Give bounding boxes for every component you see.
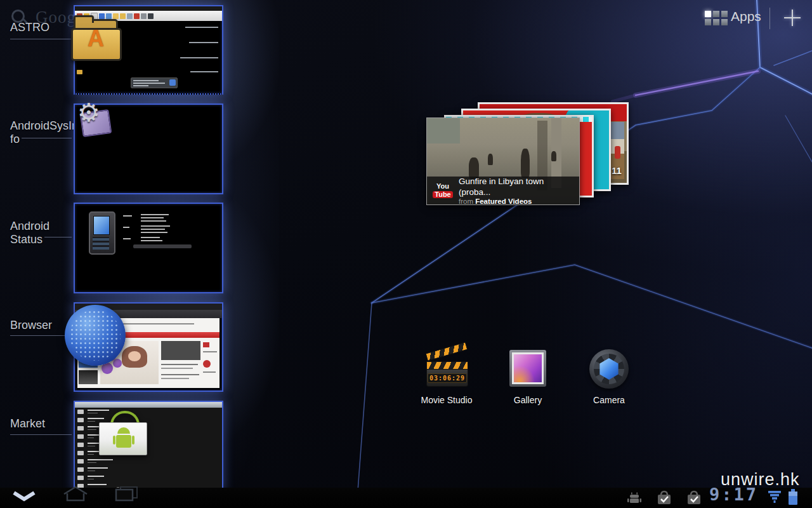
- grid-square: [705, 19, 711, 25]
- apps-grid-icon[interactable]: [705, 11, 728, 26]
- apps-button[interactable]: Apps: [731, 9, 761, 24]
- folder-icon: [77, 70, 82, 74]
- video-title: Gunfire in Libyan town (proba...: [459, 176, 574, 197]
- market-update-icon[interactable]: [686, 490, 702, 506]
- connector-line: [10, 39, 72, 39]
- recent-thumb-android-status[interactable]: [74, 203, 223, 293]
- recent-thumb-astro[interactable]: A: [74, 5, 223, 95]
- youtube-widget[interactable]: 11 YouTube Gunfire in Libya: [426, 98, 636, 210]
- grid-square: [721, 19, 728, 25]
- movie-studio-icon[interactable]: 03:06:29: [426, 348, 468, 390]
- connector-line: [10, 335, 72, 336]
- camera-icon[interactable]: [589, 349, 629, 389]
- recent-label-browser[interactable]: Browser: [10, 319, 52, 332]
- recents-button[interactable]: [112, 485, 141, 502]
- watermark: unwire.hk: [721, 470, 800, 490]
- astro-app-icon: A: [70, 17, 122, 60]
- connector-line: [44, 237, 72, 237]
- market-app-icon: [99, 411, 147, 454]
- recent-label-android-status[interactable]: Android Status: [10, 220, 67, 246]
- connector-line: [22, 138, 72, 138]
- stack-badge: 11: [612, 165, 622, 176]
- gallery-icon[interactable]: [509, 350, 546, 387]
- grid-square: [721, 11, 728, 17]
- recent-thumb-browser[interactable]: [74, 302, 223, 392]
- shortcut-label-camera[interactable]: Camera: [568, 395, 650, 405]
- home-screen: Google Apps ASTRO AndroidSysInfo Android…: [0, 0, 812, 508]
- android-notification-icon[interactable]: [627, 492, 642, 504]
- gear-icon: ⚙: [77, 100, 100, 125]
- recent-label-astro[interactable]: ASTRO: [10, 21, 49, 34]
- browser-globe-icon: [65, 305, 126, 366]
- recent-label-market[interactable]: Market: [10, 417, 45, 431]
- timecode: 03:06:29: [428, 373, 467, 383]
- connector-line: [10, 434, 72, 435]
- grid-square: [705, 11, 711, 17]
- youtube-logo: YouTube: [432, 183, 454, 198]
- market-titlebar: [75, 402, 222, 408]
- shortcut-label-movie-studio[interactable]: Movie Studio: [405, 395, 488, 405]
- grid-square: [713, 19, 719, 25]
- add-widget-button[interactable]: [784, 10, 801, 26]
- recent-thumb-androidsysinfo[interactable]: ⚙: [74, 104, 223, 194]
- status-mini-bar: [133, 244, 192, 248]
- recent-thumb-market[interactable]: [74, 401, 223, 491]
- system-bar: [0, 488, 812, 508]
- header-divider: [769, 8, 770, 29]
- recent-label-androidsysinfo[interactable]: AndroidSysInfo: [10, 119, 79, 146]
- astro-titlebar: [75, 6, 222, 11]
- shortcut-label-gallery[interactable]: Gallery: [487, 395, 569, 405]
- signal-icon[interactable]: [768, 490, 783, 505]
- video-caption: YouTube Gunfire in Libyan town (proba...…: [427, 177, 579, 204]
- battery-icon[interactable]: [788, 488, 799, 506]
- youtube-card-front[interactable]: YouTube Gunfire in Libyan town (proba...…: [426, 117, 580, 205]
- home-button[interactable]: [61, 485, 90, 502]
- astro-tooltip: [131, 77, 178, 88]
- phone-icon: [89, 211, 115, 255]
- grid-square: [713, 11, 719, 17]
- market-update-icon[interactable]: [656, 490, 672, 506]
- back-button[interactable]: [10, 490, 38, 503]
- video-source: from Featured Videos: [459, 197, 574, 205]
